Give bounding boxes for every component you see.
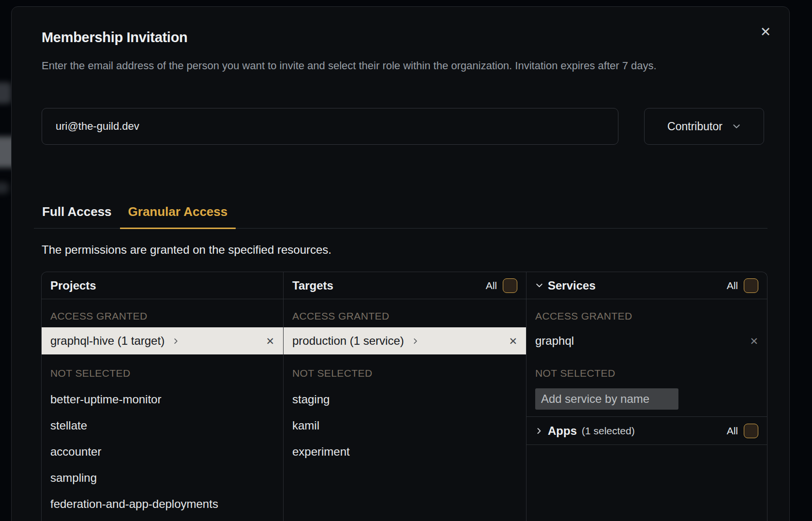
permissions-note: The permissions are granted on the speci… xyxy=(42,243,331,257)
targets-header-label: Targets xyxy=(292,279,333,292)
apps-all-label: All xyxy=(727,425,738,437)
role-select[interactable]: Contributor xyxy=(644,108,764,145)
targets-access-granted-label: ACCESS GRANTED xyxy=(292,310,517,322)
tab-granular-access[interactable]: Granular Access xyxy=(120,200,236,229)
apps-row[interactable]: Apps (1 selected) All xyxy=(526,416,767,445)
target-list-item[interactable]: staging xyxy=(292,386,517,413)
services-select-all[interactable]: All xyxy=(727,278,758,293)
services-all-checkbox[interactable] xyxy=(744,278,758,293)
add-service-input[interactable] xyxy=(535,388,678,410)
chevron-down-icon xyxy=(535,281,543,290)
remove-service-icon[interactable]: ✕ xyxy=(750,336,758,346)
chevron-right-icon xyxy=(172,337,180,345)
services-column-header[interactable]: Services All xyxy=(526,272,767,299)
apps-label: Apps xyxy=(548,424,577,438)
target-list-item[interactable]: kamil xyxy=(292,413,517,439)
apps-select-all[interactable]: All xyxy=(727,424,758,438)
background-artifact xyxy=(0,182,9,194)
services-all-label: All xyxy=(727,280,738,291)
targets-column-header: Targets All xyxy=(284,272,526,299)
targets-select-all[interactable]: All xyxy=(486,278,517,293)
background-artifact xyxy=(0,82,12,104)
projects-column-header: Projects xyxy=(42,272,283,299)
remove-project-icon[interactable]: ✕ xyxy=(266,336,274,346)
membership-invitation-dialog: ✕ Membership Invitation Enter the email … xyxy=(11,6,790,521)
target-selected-row[interactable]: production (1 service) ✕ xyxy=(284,327,526,354)
projects-column: Projects ACCESS GRANTED graphql-hive (1 … xyxy=(42,272,284,521)
projects-access-granted-label: ACCESS GRANTED xyxy=(50,310,274,322)
projects-not-selected-label: NOT SELECTED xyxy=(50,367,274,380)
targets-not-selected-label: NOT SELECTED xyxy=(292,367,517,380)
invite-email-input[interactable] xyxy=(42,108,618,145)
dialog-description: Enter the email address of the person yo… xyxy=(42,56,767,76)
project-list-item[interactable]: better-uptime-monitor xyxy=(50,386,274,413)
role-select-value: Contributor xyxy=(667,120,722,133)
close-icon[interactable]: ✕ xyxy=(755,22,776,42)
target-list-item[interactable]: experiment xyxy=(292,439,517,465)
services-not-selected-label: NOT SELECTED xyxy=(535,367,758,380)
targets-column: Targets All ACCESS GRANTED production (1… xyxy=(284,272,526,521)
chevron-down-icon xyxy=(732,122,741,131)
target-selected-name: production (1 service) xyxy=(292,334,404,348)
project-list-item[interactable]: stellate xyxy=(50,413,274,439)
service-selected-row[interactable]: graphql ✕ xyxy=(526,327,767,354)
chevron-right-icon xyxy=(535,427,543,435)
project-selected-name: graphql-hive (1 target) xyxy=(50,334,165,348)
project-list-item[interactable]: federation-and-app-deployments xyxy=(50,491,274,517)
services-header-label: Services xyxy=(548,279,596,292)
targets-all-checkbox[interactable] xyxy=(503,278,517,293)
services-access-granted-label: ACCESS GRANTED xyxy=(535,310,758,322)
projects-header-label: Projects xyxy=(50,279,96,292)
apps-selected-count: (1 selected) xyxy=(582,425,635,437)
access-tabs: Full Access Granular Access xyxy=(34,200,767,229)
project-selected-row[interactable]: graphql-hive (1 target) ✕ xyxy=(42,327,283,354)
project-list-item[interactable]: sampling xyxy=(50,465,274,491)
tab-full-access[interactable]: Full Access xyxy=(34,200,120,229)
service-selected-name: graphql xyxy=(535,334,574,348)
chevron-right-icon xyxy=(412,337,419,345)
dialog-title: Membership Invitation xyxy=(42,30,187,46)
targets-all-label: All xyxy=(486,280,497,291)
services-column: Services All ACCESS GRANTED graphql ✕ NO… xyxy=(526,272,767,521)
apps-all-checkbox[interactable] xyxy=(744,424,758,438)
resources-table: Projects ACCESS GRANTED graphql-hive (1 … xyxy=(41,272,767,521)
project-list-item[interactable]: accounter xyxy=(50,439,274,465)
remove-target-icon[interactable]: ✕ xyxy=(509,336,517,346)
